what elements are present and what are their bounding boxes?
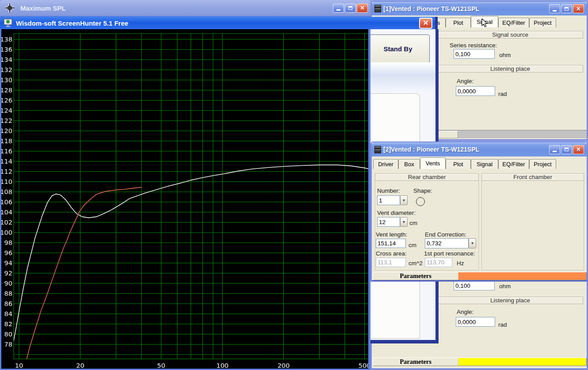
angle-unit: rad — [498, 91, 507, 97]
svg-text:90: 90 — [4, 280, 12, 287]
maximize-button[interactable] — [561, 145, 572, 154]
maximize-button[interactable] — [345, 4, 356, 13]
rear-chamber-header: Rear chamber — [375, 173, 479, 181]
series-resistance-input[interactable] — [454, 281, 495, 290]
listening-place-header: Listening place — [437, 297, 583, 304]
tab-vents[interactable]: Vents — [420, 157, 446, 169]
svg-text:96: 96 — [4, 249, 12, 256]
svg-text:122: 122 — [1, 117, 12, 124]
number-dropdown-button[interactable]: ▼ — [400, 195, 408, 205]
standby-button[interactable]: Stand By — [366, 34, 430, 63]
svg-text:50: 50 — [157, 362, 165, 369]
shape-circle-icon[interactable] — [416, 197, 425, 206]
vent-length-input[interactable] — [376, 239, 406, 248]
front-chamber-panel — [481, 181, 584, 271]
parameters-indicator — [458, 272, 586, 280]
vent-length-label: Vent length: — [376, 231, 407, 238]
svg-text:102: 102 — [1, 219, 12, 226]
close-button[interactable]: ✕ — [573, 4, 584, 13]
window-icon — [374, 5, 381, 12]
svg-text:114: 114 — [1, 158, 12, 165]
shape-label: Shape: — [413, 187, 432, 194]
maximum-spl-title: Maximum SPL — [20, 4, 66, 12]
series-resistance-input[interactable] — [454, 49, 495, 59]
listening-place-header: Listening place — [437, 65, 583, 72]
angle-input[interactable] — [456, 86, 495, 96]
svg-text:130: 130 — [1, 76, 12, 84]
svg-text:120: 120 — [1, 127, 12, 134]
svg-text:104: 104 — [1, 209, 12, 216]
crosshair-icon — [4, 3, 15, 13]
window-2-tabrow: Driver Box Vents Plot Signal EQ/Filter P… — [373, 157, 556, 169]
svg-text:118: 118 — [1, 137, 12, 145]
end-correction-dropdown-button[interactable]: ▼ — [469, 238, 476, 248]
tab-plot[interactable]: Plot — [446, 159, 471, 169]
screenhunter-titlebar[interactable]: Wisdom-soft ScreenHunter 5.1 Free ✕ — [0, 17, 438, 29]
minimize-button[interactable] — [549, 145, 560, 154]
window-2-title: [2]Vented : Pioneer TS-W121SPL — [383, 146, 479, 153]
minimize-button[interactable] — [549, 4, 560, 13]
vent-diameter-dropdown-button[interactable]: ▼ — [400, 217, 408, 227]
svg-text:126: 126 — [1, 97, 12, 104]
parameters-indicator — [458, 358, 586, 366]
close-button[interactable]: ✕ — [357, 4, 368, 13]
svg-text:80: 80 — [4, 331, 12, 338]
window-icon — [374, 146, 381, 153]
window-1-titlebar[interactable]: [1]Vented : Pioneer TS-W121SPL ✕ — [372, 2, 587, 15]
standby-label: Stand By — [383, 45, 412, 53]
window-2-titlebar[interactable]: [2]Vented : Pioneer TS-W121SPL ✕ — [372, 142, 587, 156]
tab-driver[interactable]: Driver — [373, 159, 398, 169]
svg-text:82: 82 — [4, 320, 12, 328]
svg-text:100: 100 — [1, 229, 12, 236]
tab-project[interactable]: Project — [529, 18, 556, 27]
svg-text:78: 78 — [4, 341, 12, 348]
svg-text:98: 98 — [4, 239, 12, 246]
cross-area-label: Cross area: — [376, 250, 407, 257]
svg-text:128: 128 — [1, 87, 12, 94]
parameters-label: Parameters — [373, 272, 458, 280]
maximum-spl-titlebar[interactable]: Maximum SPL ✕ — [0, 0, 370, 16]
tab-project[interactable]: Project — [529, 159, 556, 169]
window-2-vented: [2]Vented : Pioneer TS-W121SPL ✕ Driver … — [370, 141, 588, 282]
vent-diameter-input[interactable] — [377, 217, 400, 227]
parameters-bar[interactable]: Parameters — [373, 358, 587, 366]
svg-text:500: 500 — [359, 362, 368, 369]
screenhunter-toolbar-gradient — [370, 62, 435, 93]
angle-input[interactable] — [456, 317, 495, 327]
svg-text:100: 100 — [216, 362, 229, 369]
number-input[interactable] — [377, 195, 400, 205]
tab-eq-filter[interactable]: EQ/Filter — [498, 159, 529, 169]
tab-box[interactable]: Box — [398, 159, 420, 169]
tab-eq-filter[interactable]: EQ/Filter — [498, 18, 529, 27]
close-button[interactable]: ✕ — [419, 18, 432, 29]
svg-text:136: 136 — [1, 46, 12, 53]
end-correction-label: End Correction: — [425, 231, 466, 238]
vent-diameter-label: Vent diameter: — [377, 210, 416, 216]
tab-signal[interactable]: Signal — [471, 159, 498, 169]
svg-text:94: 94 — [4, 259, 12, 267]
angle-unit: rad — [498, 321, 507, 328]
parameters-bar[interactable]: Parameters — [373, 272, 587, 280]
svg-text:116: 116 — [1, 148, 12, 155]
svg-text:112: 112 — [1, 168, 12, 175]
signal-source-header: Signal source — [437, 31, 583, 38]
mouse-cursor — [481, 19, 488, 28]
port-resonance-label: 1st port resonance: — [424, 250, 475, 257]
svg-text:200: 200 — [278, 362, 290, 369]
maximize-button[interactable] — [561, 4, 572, 13]
svg-text:110: 110 — [1, 178, 12, 185]
tab-plot[interactable]: Plot — [446, 18, 471, 27]
svg-text:86: 86 — [4, 300, 12, 307]
port-resonance-unit: Hz — [457, 260, 464, 267]
svg-text:84: 84 — [4, 310, 12, 317]
close-button[interactable]: ✕ — [573, 145, 584, 154]
series-resistance-unit: ohm — [499, 283, 511, 290]
end-correction-input[interactable] — [425, 238, 469, 248]
port-resonance-input — [425, 258, 452, 267]
svg-text:124: 124 — [1, 107, 12, 114]
svg-text:10: 10 — [15, 362, 23, 369]
minimize-button[interactable] — [333, 4, 344, 13]
parameters-label: Parameters — [373, 358, 458, 366]
number-label: Number: — [377, 187, 400, 194]
svg-text:92: 92 — [4, 270, 12, 277]
